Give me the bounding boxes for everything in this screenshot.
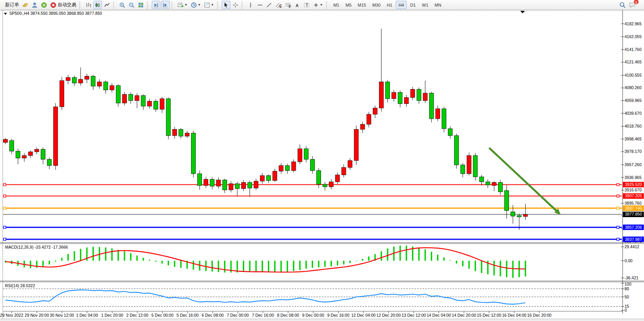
price-badge-label: 3887.746 <box>625 206 642 210</box>
timeframe-button-D1[interactable]: D1 <box>407 1 418 9</box>
chevron-down-icon: ▼ <box>320 3 323 7</box>
channel-button[interactable]: E <box>274 1 283 9</box>
zoom-in-button[interactable] <box>118 1 126 9</box>
timeframe-button-H1[interactable]: H1 <box>384 1 395 9</box>
macd-axis-label: -36.421 <box>625 275 639 280</box>
candle-body-up <box>4 139 8 142</box>
candle-body-up <box>329 182 333 187</box>
timeframe-button-M15[interactable]: M15 <box>355 1 369 9</box>
rsi-label: RSI(14) 28.5322 <box>5 283 35 288</box>
vertical-line-button[interactable] <box>246 1 255 9</box>
new-chart-dropdown[interactable]: ▼ <box>176 1 189 9</box>
time-axis-label: 7 Dec 16:00 <box>252 313 274 317</box>
toolbar-grip <box>242 2 244 9</box>
level-line-handle[interactable] <box>4 195 6 197</box>
text-label-icon: T <box>304 2 310 8</box>
candle-body-down <box>442 109 446 128</box>
candle-body-up <box>85 76 89 79</box>
price-axis-tick-label: 4080.260 <box>625 85 642 90</box>
price-axis-tick-label: 4182.965 <box>625 21 642 26</box>
search-button[interactable] <box>618 1 627 9</box>
time-axis-label: 5 Dec 00:00 <box>151 313 174 317</box>
chevron-down-icon: ▼ <box>198 3 201 7</box>
candlestick-icon <box>95 2 101 8</box>
candle-body-down <box>505 191 509 210</box>
timeframe-button-H4[interactable]: H4 <box>396 1 407 9</box>
candle-body-up <box>379 82 384 108</box>
trendline-button[interactable] <box>265 1 274 9</box>
candle-body-down <box>41 149 45 160</box>
candle-body-up <box>273 171 277 181</box>
cursor-button[interactable] <box>222 1 230 9</box>
chart-canvas[interactable]: 4182.9654162.0554141.7604121.4654100.555… <box>0 10 644 321</box>
templates-dropdown[interactable]: ▼ <box>203 1 215 9</box>
candlestick-chart-button[interactable] <box>93 1 102 9</box>
timeframe-button-M30[interactable]: M30 <box>370 1 383 9</box>
candle-body-up <box>122 94 126 103</box>
candle-body-up <box>172 129 177 135</box>
fibonacci-button[interactable]: F <box>284 1 292 9</box>
arrows-dropdown[interactable]: ▼ <box>312 1 324 9</box>
candle-body-up <box>147 101 152 106</box>
level-line-handle[interactable] <box>4 207 6 209</box>
macd-label: MACD(12,26,9) -33.4272 -17.3666 <box>5 245 68 249</box>
level-line-handle[interactable] <box>617 226 619 228</box>
macd-signal-line <box>5 248 525 272</box>
candle-body-up <box>60 81 64 107</box>
level-line-handle[interactable] <box>4 183 6 186</box>
chart-shift-button[interactable] <box>161 1 170 9</box>
crosshair-icon <box>232 2 239 8</box>
candle-body-down <box>141 96 146 106</box>
rsi-axis-label: 100 <box>625 282 632 286</box>
svg-text:A: A <box>296 3 298 7</box>
level-line-handle[interactable] <box>4 238 6 240</box>
time-axis-label: 29 Nov 2022 <box>0 313 23 317</box>
signals-button[interactable] <box>40 1 48 9</box>
bar-chart-button[interactable] <box>84 1 93 9</box>
candle-body-up <box>216 180 221 186</box>
new-order-button[interactable]: 新订单 <box>3 1 20 9</box>
candle-body-down <box>317 170 321 184</box>
community-button[interactable] <box>30 1 39 9</box>
chart-shift-marker[interactable] <box>520 11 525 13</box>
timeframe-button-M5[interactable]: M5 <box>343 1 354 9</box>
tile-windows-button[interactable] <box>137 1 145 9</box>
level-line-handle[interactable] <box>617 195 619 197</box>
timeframe-button-M1[interactable]: M1 <box>331 1 342 9</box>
signal-icon <box>41 2 47 8</box>
candle-body-up <box>342 167 346 175</box>
horizontal-line-button[interactable] <box>256 1 264 9</box>
market-watch-button[interactable] <box>21 1 30 9</box>
vertical-line-icon <box>247 2 254 8</box>
crosshair-button[interactable] <box>231 1 240 9</box>
level-line-handle[interactable] <box>617 207 619 209</box>
symbol-dropdown-icon[interactable] <box>4 13 7 15</box>
toolbar-grip <box>147 2 150 9</box>
time-axis-label: 7 Dec 00:00 <box>227 313 249 317</box>
trend-arrow-line[interactable] <box>489 148 557 212</box>
notifications-button[interactable]: 1 <box>628 1 637 9</box>
tile-windows-icon <box>138 2 144 8</box>
text-label-button[interactable]: T <box>302 1 311 9</box>
candle-body-up <box>291 162 296 170</box>
price-axis-tick-label: 4018.760 <box>625 124 642 128</box>
price-axis-tick-label: 4100.555 <box>625 73 642 77</box>
line-chart-button[interactable] <box>103 1 111 9</box>
bar-chart-icon <box>85 2 91 8</box>
price-axis-tick-label: 3916.670 <box>625 188 642 192</box>
timeframe-button-MN[interactable]: MN <box>432 1 444 9</box>
level-line-handle[interactable] <box>617 183 619 186</box>
autotrading-button[interactable]: 自动交易 <box>49 1 77 9</box>
zoom-out-button[interactable] <box>127 1 136 9</box>
periods-dropdown[interactable]: ▼ <box>190 1 202 9</box>
auto-scroll-button[interactable] <box>152 1 160 9</box>
svg-text:F: F <box>289 4 291 8</box>
rsi-axis-label: 50 <box>625 295 629 299</box>
chart-window: 4182.9654162.0554141.7604121.4654100.555… <box>0 0 644 321</box>
candle-body-down <box>417 89 421 101</box>
level-line-handle[interactable] <box>617 238 619 240</box>
candle-body-up <box>229 184 233 190</box>
timeframe-button-W1[interactable]: W1 <box>419 1 431 9</box>
level-line-handle[interactable] <box>4 226 6 228</box>
text-button[interactable]: A <box>293 1 302 9</box>
